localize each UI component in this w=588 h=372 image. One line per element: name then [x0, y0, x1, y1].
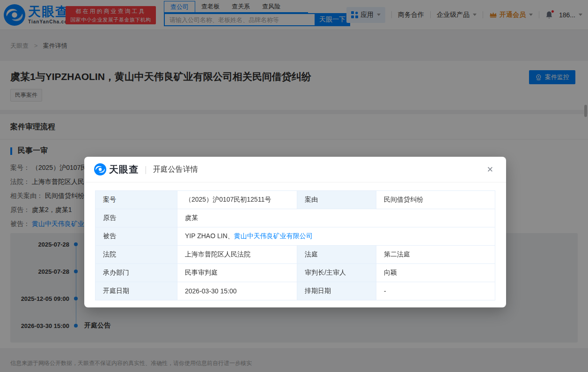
modal-logo-text: 天眼查 — [109, 163, 139, 176]
cell-label: 原告 — [96, 209, 177, 227]
cell-label: 承办部门 — [96, 264, 177, 282]
cell-label: 案由 — [297, 191, 376, 209]
cell-value: - — [376, 282, 495, 300]
close-icon[interactable]: ✕ — [484, 164, 496, 175]
cell-value: 第二法庭 — [376, 246, 495, 264]
table-row: 开庭日期 2026-03-30 15:00 排期日期 - — [96, 282, 495, 300]
modal-title-divider: | — [145, 165, 147, 175]
cell-value: 向颖 — [376, 264, 495, 282]
cell-value: 上海市普陀区人民法院 — [177, 246, 297, 264]
table-row: 被告 YIP ZHAO LIN、黄山中天伟良矿业有限公司 — [96, 227, 495, 246]
hearing-detail-table: 案号 （2025）沪0107民初12511号 案由 民间借贷纠纷 原告 虞某 被… — [95, 190, 495, 300]
defendant-company-link[interactable]: 黄山中天伟良矿业有限公司 — [234, 232, 313, 240]
cell-value: 虞某 — [177, 209, 495, 227]
cell-value: 民事审判庭 — [177, 264, 297, 282]
table-row: 法院 上海市普陀区人民法院 法庭 第二法庭 — [96, 246, 495, 264]
defendant-person: YIP ZHAO LIN、 — [185, 232, 234, 240]
cell-label: 法院 — [96, 246, 177, 264]
hearing-announcement-modal: 天眼查 | 开庭公告详情 ✕ 案号 （2025）沪0107民初12511号 案由… — [84, 157, 506, 307]
cell-value: YIP ZHAO LIN、黄山中天伟良矿业有限公司 — [177, 227, 495, 246]
cell-value: 2026-03-30 15:00 — [177, 282, 297, 300]
cell-label: 排期日期 — [297, 282, 376, 300]
modal-header: 天眼查 | 开庭公告详情 ✕ — [84, 157, 506, 182]
modal-body: 案号 （2025）沪0107民初12511号 案由 民间借贷纠纷 原告 虞某 被… — [84, 182, 506, 300]
table-row: 原告 虞某 — [96, 209, 495, 227]
cell-label: 被告 — [96, 227, 177, 246]
cell-value: （2025）沪0107民初12511号 — [177, 191, 297, 209]
cell-label: 开庭日期 — [96, 282, 177, 300]
modal-title: 开庭公告详情 — [153, 165, 198, 175]
table-row: 承办部门 民事审判庭 审判长/主审人 向颖 — [96, 264, 495, 282]
cell-label: 审判长/主审人 — [297, 264, 376, 282]
cell-label: 法庭 — [297, 246, 376, 264]
cell-value: 民间借贷纠纷 — [376, 191, 495, 209]
cell-label: 案号 — [96, 191, 177, 209]
table-row: 案号 （2025）沪0107民初12511号 案由 民间借贷纠纷 — [96, 191, 495, 209]
tianyancha-swirl-icon — [94, 163, 106, 175]
